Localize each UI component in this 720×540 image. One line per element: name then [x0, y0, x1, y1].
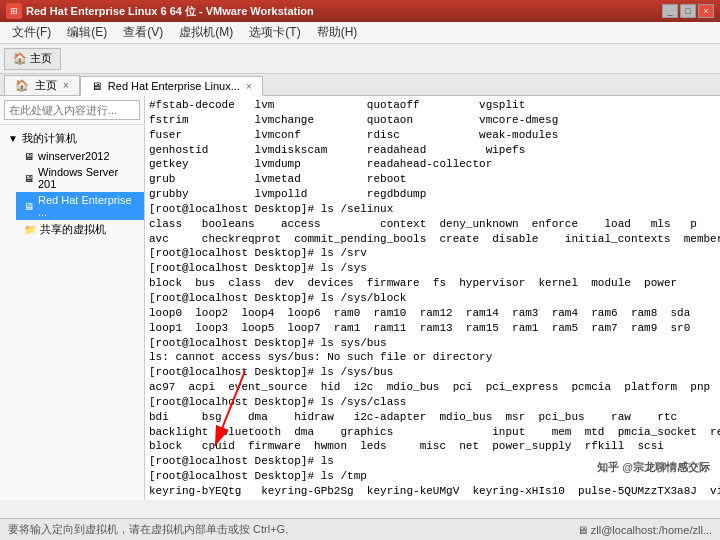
title-bar-text: Red Hat Enterprise Linux 6 64 位 - VMware…: [26, 4, 314, 19]
status-bar: 要将输入定向到虚拟机，请在虚拟机内部单击或按 Ctrl+G. 🖥 zll@loc…: [0, 518, 720, 540]
terminal-line: [root@localhost Desktop]# ls /srv: [149, 246, 716, 261]
sidebar-item-shared[interactable]: 📁 共享的虚拟机: [16, 220, 144, 239]
app-window: ⊞ Red Hat Enterprise Linux 6 64 位 - VMwa…: [0, 0, 720, 540]
status-right: 🖥 zll@localhost:/home/zll...: [577, 524, 712, 536]
vm-icon-2: 🖥: [24, 173, 34, 184]
terminal-line: grub lvmetad reboot: [149, 172, 716, 187]
search-input[interactable]: [4, 100, 140, 120]
terminal-line: loop1 loop3 loop5 loop7 ram1 ram11 ram13…: [149, 321, 716, 336]
menu-tabs[interactable]: 选项卡(T): [241, 22, 308, 43]
terminal-line: getkey lvmdump readahead-collector: [149, 157, 716, 172]
menu-bar: 文件(F) 编辑(E) 查看(V) 虚拟机(M) 选项卡(T) 帮助(H): [0, 22, 720, 44]
status-text: 要将输入定向到虚拟机，请在虚拟机内部单击或按 Ctrl+G.: [8, 522, 288, 537]
sidebar: ▼ 我的计算机 🖥 winserver2012 🖥 Windows Server…: [0, 96, 145, 500]
terminal-content[interactable]: #fstab-decode lvm quotaoff vgsplitfstrim…: [145, 96, 720, 500]
terminal-line: grubby lvmpolld regdbdump: [149, 187, 716, 202]
terminal-line: genhostid lvmdiskscam readahead wipefs: [149, 143, 716, 158]
terminal-line: bdi bsg dma hidraw i2c-adapter mdio_bus …: [149, 410, 716, 425]
maximize-button[interactable]: □: [680, 4, 696, 18]
terminal-line: ls: cannot access sys/bus: No such file …: [149, 350, 716, 365]
terminal-line: block bus class dev devices firmware fs …: [149, 276, 716, 291]
tab-home-close[interactable]: ×: [63, 80, 69, 91]
menu-help[interactable]: 帮助(H): [309, 22, 366, 43]
terminal-line: #fstab-decode lvm quotaoff vgsplit: [149, 98, 716, 113]
home-icon: 🏠: [13, 52, 27, 64]
tab-home[interactable]: 🏠 主页 ×: [4, 75, 80, 95]
main-layout: ▼ 我的计算机 🖥 winserver2012 🖥 Windows Server…: [0, 96, 720, 500]
terminal-line: [root@localhost Desktop]# ls /sys: [149, 261, 716, 276]
terminal-area[interactable]: #fstab-decode lvm quotaoff vgsplitfstrim…: [145, 96, 720, 500]
tab-rhel[interactable]: 🖥 Red Hat Enterprise Linux... ×: [80, 76, 263, 96]
tab-rhel-label: Red Hat Enterprise Linux...: [108, 80, 240, 92]
tab-home-icon: 🏠: [15, 79, 29, 92]
minimize-button[interactable]: _: [662, 4, 678, 18]
menu-vm[interactable]: 虚拟机(M): [171, 22, 241, 43]
my-computer-label: 我的计算机: [22, 131, 77, 146]
watermark: 知乎 @宗龙聊情感交际: [597, 460, 710, 475]
tab-rhel-close[interactable]: ×: [246, 81, 252, 92]
terminal-line: block cpuid firmware hwmon leds misc net…: [149, 439, 716, 454]
title-bar-controls[interactable]: _ □ ×: [662, 4, 714, 18]
terminal-line: [root@localhost Desktop]# ls /selinux: [149, 202, 716, 217]
menu-view[interactable]: 查看(V): [115, 22, 171, 43]
terminal-icon: 🖥: [577, 524, 588, 536]
tab-bar: 🏠 主页 × 🖥 Red Hat Enterprise Linux... ×: [0, 74, 720, 96]
terminal-line: class booleans access context deny_unkno…: [149, 217, 716, 232]
terminal-line: keyring-DM7OtH keyring-byNaKH keyring-uC…: [149, 499, 716, 500]
close-button[interactable]: ×: [698, 4, 714, 18]
tab-home-label: 主页: [35, 78, 57, 93]
terminal-line: [root@localhost Desktop]# ls /sys/bus: [149, 365, 716, 380]
sidebar-search-container: [0, 96, 144, 125]
menu-file[interactable]: 文件(F): [4, 22, 59, 43]
menu-edit[interactable]: 编辑(E): [59, 22, 115, 43]
sidebar-tree: ▼ 我的计算机 🖥 winserver2012 🖥 Windows Server…: [0, 125, 144, 500]
sidebar-item-rhel[interactable]: 🖥 Red Hat Enterprise ...: [16, 192, 144, 220]
title-bar-left: ⊞ Red Hat Enterprise Linux 6 64 位 - VMwa…: [6, 3, 314, 19]
terminal-line: fuser lvmconf rdisc weak-modules: [149, 128, 716, 143]
title-bar: ⊞ Red Hat Enterprise Linux 6 64 位 - VMwa…: [0, 0, 720, 22]
terminal-line: keyring-bYEQtg keyring-GPb2Sg keyring-ke…: [149, 484, 716, 499]
terminal-line: backlight bluetooth dma graphics input m…: [149, 425, 716, 440]
content-wrapper: 🏠 主页 × 🖥 Red Hat Enterprise Linux... × ▼: [0, 74, 720, 518]
terminal-line: avc checkreqprot commit_pending_bools cr…: [149, 232, 716, 247]
tab-rhel-icon: 🖥: [91, 80, 102, 92]
computer-icon: ▼: [8, 133, 18, 144]
terminal-line: [root@localhost Desktop]# ls sys/bus: [149, 336, 716, 351]
terminal-line: loop0 loop2 loop4 loop6 ram0 ram10 ram12…: [149, 306, 716, 321]
terminal-line: [root@localhost Desktop]# ls /sys/class: [149, 395, 716, 410]
terminal-line: fstrim lvmchange quotaon vmcore-dmesg: [149, 113, 716, 128]
sidebar-item-winserver2012[interactable]: 🖥 winserver2012: [16, 148, 144, 164]
vm-icon-3: 🖥: [24, 201, 34, 212]
vm-icon-1: 🖥: [24, 151, 34, 162]
home-button[interactable]: 🏠 主页: [4, 48, 61, 70]
app-icon: ⊞: [6, 3, 22, 19]
toolbar: 🏠 主页: [0, 44, 720, 74]
shared-icon: 📁: [24, 224, 36, 235]
terminal-line: [root@localhost Desktop]# ls /sys/block: [149, 291, 716, 306]
terminal-line: ac97 acpi event_source hid i2c mdio_bus …: [149, 380, 716, 395]
sidebar-children: 🖥 winserver2012 🖥 Windows Server 201 🖥 R…: [0, 148, 144, 239]
sidebar-item-my-computer[interactable]: ▼ 我的计算机: [0, 129, 144, 148]
sidebar-item-winserver201[interactable]: 🖥 Windows Server 201: [16, 164, 144, 192]
